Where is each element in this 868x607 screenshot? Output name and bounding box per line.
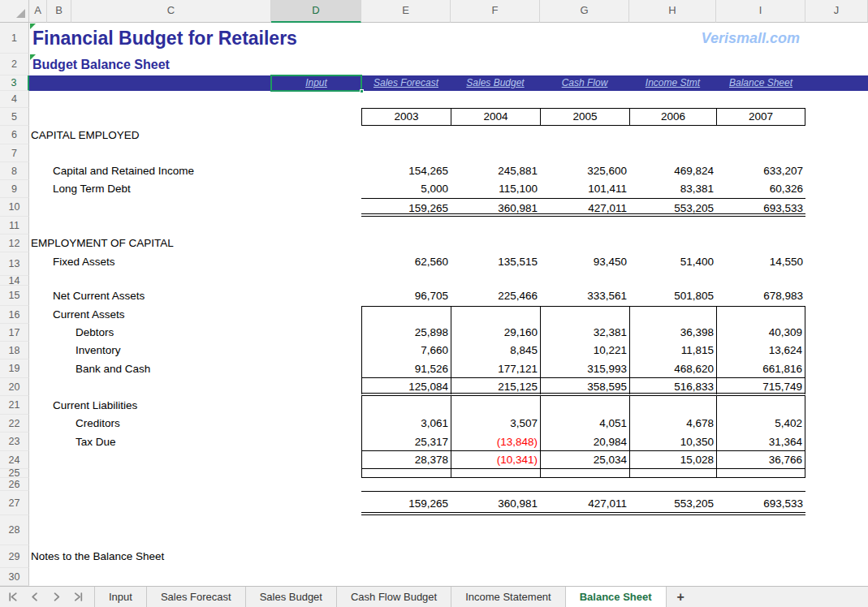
cell-H27[interactable]: 553,205 [629, 491, 716, 515]
next-sheet-button[interactable] [52, 592, 61, 601]
cell-G25[interactable] [540, 469, 629, 478]
last-sheet-button[interactable] [74, 592, 83, 601]
row-21-body[interactable]: Current Liabilities [29, 396, 868, 415]
row-14-body[interactable] [29, 276, 868, 286]
row-header-16[interactable]: 16 [0, 306, 29, 324]
cell-C17[interactable]: Debtors [76, 324, 114, 342]
row-10-body[interactable]: 159,265360,981427,011553,205693,533 [29, 198, 868, 217]
cell-F22[interactable]: 3,507 [451, 415, 540, 433]
cell-B21[interactable]: Current Liabilities [53, 396, 137, 415]
column-header-f[interactable]: F [451, 0, 540, 23]
row-header-15[interactable]: 15 [0, 286, 29, 306]
row-25-body[interactable] [29, 469, 868, 478]
first-sheet-button[interactable] [8, 592, 17, 601]
cell-G22[interactable]: 4,051 [540, 415, 629, 433]
cell-G13[interactable]: 93,450 [540, 252, 629, 276]
cell-G24[interactable]: 25,034 [540, 451, 629, 469]
column-header-a[interactable]: A [29, 0, 47, 23]
row-header-22[interactable]: 22 [0, 415, 29, 433]
cell-C23[interactable]: Tax Due [76, 433, 116, 451]
cell-H19[interactable]: 468,620 [629, 359, 716, 378]
banner-link-sales-budget[interactable]: Sales Budget [451, 75, 540, 91]
cell-F24[interactable]: (10,341) [451, 451, 540, 469]
cell-F9[interactable]: 115,100 [451, 180, 540, 198]
cell-F20[interactable]: 215,125 [451, 378, 540, 396]
row-header-19[interactable]: 19 [0, 359, 29, 378]
cell-G16[interactable] [540, 306, 629, 324]
cell-F23[interactable]: (13,848) [451, 433, 540, 451]
row-11-body[interactable] [29, 217, 868, 235]
cell-C22[interactable]: Creditors [76, 415, 120, 433]
cell-I21[interactable] [716, 396, 805, 415]
row-6-body[interactable]: CAPITAL EMPLOYED [29, 126, 868, 144]
row-header-9[interactable]: 9 [0, 180, 29, 198]
cell-E22[interactable]: 3,061 [361, 415, 451, 433]
cell-F25[interactable] [451, 469, 540, 478]
row-5-body[interactable]: 20032004200520062007 [29, 108, 868, 126]
cell-G5[interactable]: 2005 [540, 108, 629, 126]
row-header-5[interactable]: 5 [0, 108, 29, 126]
cell-I13[interactable]: 14,550 [716, 252, 805, 276]
row-18-body[interactable]: Inventory7,6608,84510,22111,81513,624 [29, 342, 868, 359]
sheet-tab-input[interactable]: Input [94, 587, 147, 607]
cell-I5[interactable]: 2007 [716, 108, 805, 126]
cell-E5[interactable]: 2003 [361, 108, 451, 126]
cell-F17[interactable]: 29,160 [451, 324, 540, 342]
cell-A6[interactable]: CAPITAL EMPLOYED [31, 126, 140, 144]
cell-I25[interactable] [716, 469, 805, 478]
row-27-body[interactable]: 159,265360,981427,011553,205693,533 [29, 491, 868, 515]
column-header-c[interactable]: C [71, 0, 271, 23]
row-header-28[interactable]: 28 [0, 515, 29, 545]
row-header-3[interactable]: 3 [0, 75, 29, 91]
cell-H21[interactable] [629, 396, 716, 415]
cell-F27[interactable]: 360,981 [451, 491, 540, 515]
cell-H22[interactable]: 4,678 [629, 415, 716, 433]
row-12-body[interactable]: EMPLOYMENT OF CAPITAL [29, 235, 868, 252]
row-19-body[interactable]: Bank and Cash91,526177,121315,993468,620… [29, 359, 868, 378]
row-header-24[interactable]: 24 [0, 451, 29, 469]
row-header-25[interactable]: 25 [0, 469, 29, 478]
cell-G9[interactable]: 101,411 [540, 180, 629, 198]
cell-E10[interactable]: 159,265 [361, 198, 451, 217]
cell-F19[interactable]: 177,121 [451, 359, 540, 378]
cell-E20[interactable]: 125,084 [361, 378, 451, 396]
cell-I17[interactable]: 40,309 [716, 324, 805, 342]
row-header-18[interactable]: 18 [0, 342, 29, 359]
cell-I10[interactable]: 693,533 [716, 198, 805, 217]
row-header-12[interactable]: 12 [0, 235, 29, 252]
cell-E8[interactable]: 154,265 [361, 162, 451, 180]
cell-E16[interactable] [361, 306, 451, 324]
cell-F10[interactable]: 360,981 [451, 198, 540, 217]
row-header-7[interactable]: 7 [0, 144, 29, 162]
cell-A12[interactable]: EMPLOYMENT OF CAPITAL [31, 235, 174, 252]
cell-H5[interactable]: 2006 [629, 108, 716, 126]
sheet-tab-cash-flow-budget[interactable]: Cash Flow Budget [337, 587, 451, 607]
cell-E24[interactable]: 28,378 [361, 451, 451, 469]
row-header-17[interactable]: 17 [0, 324, 29, 342]
row-2-body[interactable]: Budget Balance Sheet [29, 54, 868, 75]
cell-G10[interactable]: 427,011 [540, 198, 629, 217]
cell-E25[interactable] [361, 469, 451, 478]
row-20-body[interactable]: 125,084215,125358,595516,833715,749 [29, 378, 868, 396]
cell-I24[interactable]: 36,766 [716, 451, 805, 469]
cell-H10[interactable]: 553,205 [629, 198, 716, 217]
row-header-13[interactable]: 13 [0, 252, 29, 276]
row-13-body[interactable]: Fixed Assets62,560135,51593,45051,40014,… [29, 252, 868, 276]
row-9-body[interactable]: Long Term Debt5,000115,100101,41183,3816… [29, 180, 868, 198]
row-8-body[interactable]: Capital and Retained Income154,265245,88… [29, 162, 868, 180]
sheet-tab-sales-budget[interactable]: Sales Budget [246, 587, 337, 607]
banner-link-income-stmt[interactable]: Income Stmt [629, 75, 716, 91]
row-29-body[interactable]: Notes to the Balance Sheet [29, 545, 868, 568]
cell-G8[interactable]: 325,600 [540, 162, 629, 180]
cell-C18[interactable]: Inventory [76, 342, 121, 359]
cell-I18[interactable]: 13,624 [716, 342, 805, 359]
row-header-14[interactable]: 14 [0, 276, 29, 286]
cell-I23[interactable]: 31,364 [716, 433, 805, 451]
column-header-d[interactable]: D [271, 0, 361, 23]
cell-H17[interactable]: 36,398 [629, 324, 716, 342]
row-24-body[interactable]: 28,378(10,341)25,03415,02836,766 [29, 451, 868, 469]
new-sheet-button[interactable]: + [667, 587, 695, 607]
cell-B15[interactable]: Net Current Assets [53, 286, 145, 306]
cell-B9[interactable]: Long Term Debt [53, 180, 131, 198]
sheet-tab-sales-forecast[interactable]: Sales Forecast [147, 587, 246, 607]
